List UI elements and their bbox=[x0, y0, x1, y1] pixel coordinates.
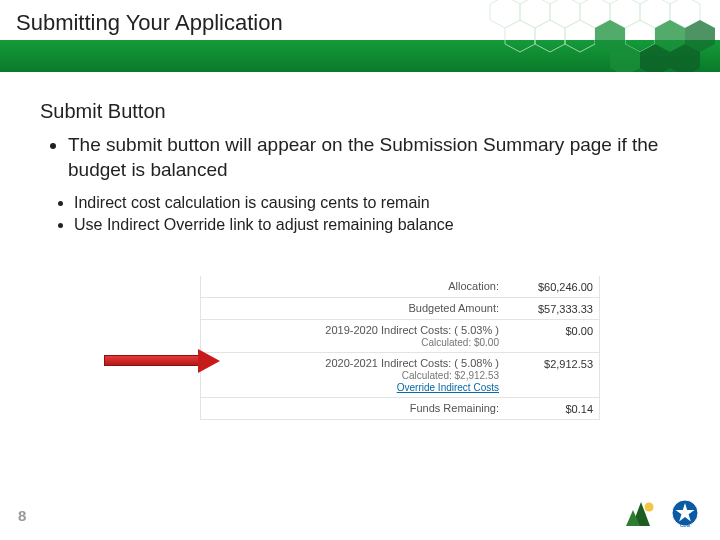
svg-marker-5 bbox=[640, 0, 670, 28]
svg-marker-1 bbox=[520, 0, 550, 28]
bullet-level2: Use Indirect Override link to adjust rem… bbox=[74, 214, 680, 236]
row-label: 2019-2020 Indirect Costs: ( 5.03% ) bbox=[325, 324, 499, 336]
footer-logos: CDE bbox=[624, 498, 702, 528]
svg-marker-2 bbox=[550, 0, 580, 28]
row-label: Funds Remaining: bbox=[410, 402, 499, 414]
header-green-band bbox=[0, 40, 720, 72]
row-value: $2,912.53 bbox=[513, 357, 593, 370]
section-heading: Submit Button bbox=[40, 100, 680, 123]
slide-header: Submitting Your Application bbox=[0, 0, 720, 72]
row-sublabel: Calculated: $0.00 bbox=[421, 337, 499, 348]
row-value: $57,333.33 bbox=[513, 302, 593, 315]
slide-title: Submitting Your Application bbox=[16, 10, 283, 36]
svg-marker-4 bbox=[610, 0, 640, 28]
cde-logo-icon: CDE bbox=[668, 498, 702, 528]
svg-marker-3 bbox=[580, 0, 610, 28]
svg-marker-6 bbox=[670, 0, 700, 28]
row-label: Budgeted Amount: bbox=[408, 302, 499, 314]
row-value: $60,246.00 bbox=[513, 280, 593, 293]
page-number: 8 bbox=[18, 507, 26, 524]
override-indirect-link[interactable]: Override Indirect Costs bbox=[397, 382, 499, 393]
slide-body: Submit Button The submit button will app… bbox=[0, 100, 720, 236]
table-row: Allocation: $60,246.00 bbox=[201, 276, 599, 297]
row-label: 2020-2021 Indirect Costs: ( 5.08% ) bbox=[325, 357, 499, 369]
svg-text:CDE: CDE bbox=[680, 522, 691, 528]
table-row: 2020-2021 Indirect Costs: ( 5.08% ) Calc… bbox=[201, 352, 599, 397]
table-row: Funds Remaining: $0.14 bbox=[201, 397, 599, 419]
bullet-level1: The submit button will appear on the Sub… bbox=[68, 133, 680, 182]
table-row: 2019-2020 Indirect Costs: ( 5.03% ) Calc… bbox=[201, 319, 599, 352]
svg-marker-0 bbox=[490, 0, 520, 28]
row-value: $0.00 bbox=[513, 324, 593, 337]
row-label: Allocation: bbox=[448, 280, 499, 292]
bullet-level2: Indirect cost calculation is causing cen… bbox=[74, 192, 680, 214]
row-sublabel: Calculated: $2,912.53 bbox=[402, 370, 499, 381]
slide: Submitting Your Application bbox=[0, 0, 720, 540]
row-value: $0.14 bbox=[513, 402, 593, 415]
svg-point-19 bbox=[645, 503, 654, 512]
colorado-logo-icon bbox=[624, 498, 658, 528]
budget-screenshot: Allocation: $60,246.00 Budgeted Amount: … bbox=[200, 276, 600, 420]
table-row: Budgeted Amount: $57,333.33 bbox=[201, 297, 599, 319]
